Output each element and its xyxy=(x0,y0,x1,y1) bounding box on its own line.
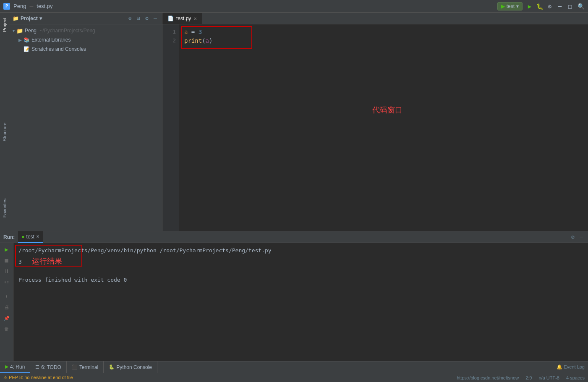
tree-item-root[interactable]: ▾ 📁 Peng ~/PycharmProjects/Peng xyxy=(9,26,162,35)
left-sidebar-tabs: Project Structure Favorites xyxy=(0,13,9,231)
status-indent: 4 spaces xyxy=(566,375,585,380)
run-header-icons: ⚙ ─ xyxy=(570,234,585,241)
code-token-print: print xyxy=(184,36,202,45)
title-bar: P Peng – test.py ▶ test ▾ ▶ 🐛 ⚙ ─ □ 🔍 xyxy=(0,0,588,13)
python-console-icon: 🐍 xyxy=(109,364,115,370)
run-output-line-result: 3 运行结果 xyxy=(18,255,583,267)
run-config-button[interactable]: ▶ test ▾ xyxy=(497,2,523,10)
library-icon: 📚 xyxy=(24,37,30,43)
arrow-right-icon: ▶ xyxy=(18,38,22,42)
minimize-button[interactable]: ─ xyxy=(556,3,564,10)
arrow-down-icon: ▾ xyxy=(13,29,15,33)
bottom-tab-run[interactable]: ▶ 4: Run xyxy=(0,361,30,373)
run-finished-line: Process finished with exit code 0 xyxy=(18,276,583,285)
tab-close-button[interactable]: ✕ xyxy=(193,16,197,21)
app-name: Peng xyxy=(13,3,26,9)
tree-item-scratches[interactable]: ▶ 📝 Scratches and Consoles xyxy=(9,44,162,54)
line-number-1: 1 xyxy=(162,28,179,37)
editor-area: 📄 test.py ✕ 1 2 a = 3 xyxy=(162,13,588,231)
line-number-2: 2 xyxy=(162,37,179,45)
code-editor[interactable]: a = 3 print ( a ) 代码窗口 xyxy=(179,24,588,231)
app-logo: P xyxy=(3,3,10,10)
terminal-icon: ⬛ xyxy=(72,364,78,370)
status-url: https://blog.csdn.net/meltsnow xyxy=(457,375,519,380)
locate-file-button[interactable]: ⊕ xyxy=(127,15,133,22)
todo-icon: ☰ xyxy=(35,364,39,370)
code-token-a: a xyxy=(184,27,188,37)
run-tab-icon: ● xyxy=(21,234,24,240)
run-panel: Run: ● test ✕ ⚙ ─ ▶ ■ ⏸ ⬇⬆ ⬇ 🖨 📌 🗑 xyxy=(0,231,588,361)
run-icon: ▶ xyxy=(5,364,8,369)
code-token-param-a: a xyxy=(206,36,209,45)
run-debug-button[interactable]: 🐛 xyxy=(536,3,544,10)
run-pin-button[interactable]: 📌 xyxy=(2,314,11,323)
run-pause-button[interactable]: ⏸ xyxy=(2,267,11,276)
maximize-button[interactable]: □ xyxy=(566,3,574,10)
title-bar-left: P Peng – test.py xyxy=(3,3,53,10)
bottom-tabs: ▶ 4: Run ☰ 6: TODO ⬛ Terminal 🐍 Python C… xyxy=(0,361,588,373)
run-tab-test[interactable]: ● test ✕ xyxy=(18,231,43,243)
event-log-button[interactable]: 🔔 Event Log xyxy=(553,364,588,370)
status-bar-right: https://blog.csdn.net/meltsnow 2:9 n/a U… xyxy=(457,375,585,380)
code-line-2: print ( a ) xyxy=(184,37,583,45)
run-stop-button[interactable]: ■ xyxy=(2,256,11,265)
sidebar-tab-project[interactable]: Project xyxy=(1,14,8,35)
project-tree: ▾ 📁 Peng ~/PycharmProjects/Peng ▶ 📚 Exte… xyxy=(9,24,162,231)
search-everywhere-button[interactable]: 🔍 xyxy=(577,3,585,10)
line-numbers: 1 2 xyxy=(162,24,179,231)
collapse-all-button[interactable]: ⊟ xyxy=(135,15,142,22)
run-coverage-button[interactable]: ⚙ xyxy=(546,3,554,10)
project-header-icons: ⊕ ⊟ ⚙ ─ xyxy=(127,15,159,22)
status-encoding: n/a UTF-8 xyxy=(538,375,559,380)
project-panel-header: 📁 Project ▾ ⊕ ⊟ ⚙ ─ xyxy=(9,13,162,24)
run-side-toolbar: ▶ ■ ⏸ ⬇⬆ ⬇ 🖨 📌 🗑 xyxy=(0,243,13,361)
chevron-down-icon: ▾ xyxy=(516,3,519,9)
code-line-1: a = 3 xyxy=(184,28,583,37)
title-controls: ▶ 🐛 ⚙ ─ □ xyxy=(526,3,574,10)
run-play-button[interactable]: ▶ xyxy=(526,3,533,10)
run-print-button[interactable]: 🖨 xyxy=(2,303,11,312)
run-content: ▶ ■ ⏸ ⬇⬆ ⬇ 🖨 📌 🗑 /root/PycharmProjects/P… xyxy=(0,243,588,361)
close-panel-button[interactable]: ─ xyxy=(152,15,159,22)
run-close-button[interactable]: ─ xyxy=(578,234,585,241)
bottom-tab-python-console[interactable]: 🐍 Python Console xyxy=(104,361,157,373)
code-annotation: 代码窗口 xyxy=(372,104,402,116)
editor-tab-testpy[interactable]: 📄 test.py ✕ xyxy=(162,13,202,24)
bottom-tab-terminal[interactable]: ⬛ Terminal xyxy=(67,361,104,373)
tab-file-icon: 📄 xyxy=(167,16,174,21)
bottom-tab-todo[interactable]: ☰ 6: TODO xyxy=(30,361,67,373)
editor-content: 1 2 a = 3 print ( a ) xyxy=(162,24,588,231)
tree-item-external-libraries[interactable]: ▶ 📚 External Libraries xyxy=(9,35,162,44)
run-cmd-line: /root/PycharmProjects/Peng/venv/bin/pyth… xyxy=(18,246,583,255)
folder-icon: 📁 xyxy=(16,28,23,34)
run-label: Run: xyxy=(3,234,15,240)
project-panel-title: 📁 Project ▾ xyxy=(13,16,125,21)
run-dump-button[interactable]: ⬇ xyxy=(2,292,11,301)
project-panel: 📁 Project ▾ ⊕ ⊟ ⚙ ─ ▾ 📁 Peng ~/PycharmPr… xyxy=(9,13,162,231)
run-config-icon: ▶ xyxy=(501,3,505,9)
run-config-name: test xyxy=(507,3,515,9)
status-bar: ⚠ PEP 8: no newline at end of file https… xyxy=(0,373,588,382)
run-tab-close[interactable]: ✕ xyxy=(36,234,39,239)
chevron-down-icon: ▾ xyxy=(39,16,42,21)
run-rerun-button[interactable]: ▶ xyxy=(2,245,11,254)
sidebar-tab-structure[interactable]: Structure xyxy=(1,119,8,145)
folder-icon: 📁 xyxy=(13,16,19,21)
code-token-3: 3 xyxy=(199,27,202,37)
run-output: /root/PycharmProjects/Peng/venv/bin/pyth… xyxy=(13,243,588,361)
run-step-button[interactable]: ⬇⬆ xyxy=(2,277,11,287)
run-annotation: 运行结果 xyxy=(32,257,62,265)
run-trash-button[interactable]: 🗑 xyxy=(2,324,11,334)
main-content: Project Structure Favorites 📁 Project ▾ … xyxy=(0,13,588,231)
title-file-name: test.py xyxy=(37,3,52,9)
status-position: 2:9 xyxy=(525,375,532,380)
editor-tabs: 📄 test.py ✕ xyxy=(162,13,588,24)
status-warning: ⚠ PEP 8: no newline at end of file xyxy=(3,375,73,380)
run-settings-button[interactable]: ⚙ xyxy=(570,234,576,241)
scratches-icon: 📝 xyxy=(24,46,30,52)
run-panel-header: Run: ● test ✕ ⚙ ─ xyxy=(0,231,588,243)
settings-button[interactable]: ⚙ xyxy=(144,15,150,22)
event-log-icon: 🔔 xyxy=(557,364,562,369)
sidebar-tab-favorites[interactable]: Favorites xyxy=(1,195,8,221)
